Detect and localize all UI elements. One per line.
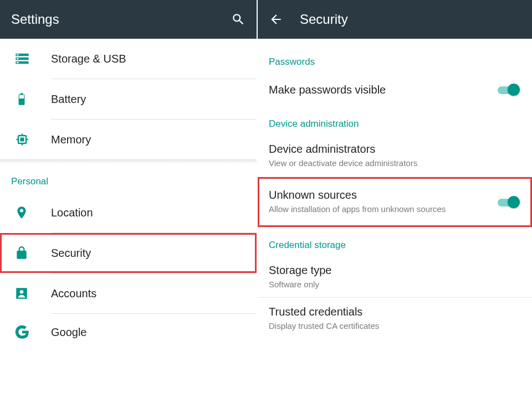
- google-icon: [11, 324, 51, 340]
- row-sublabel: Allow installation of apps from unknown …: [269, 204, 497, 215]
- credential-storage-header: Credential storage: [258, 228, 532, 256]
- make-passwords-visible-row[interactable]: Make passwords visible: [258, 73, 532, 106]
- row-label: Accounts: [51, 287, 245, 300]
- passwords-header: Passwords: [258, 44, 532, 73]
- settings-item-accounts[interactable]: Accounts: [0, 273, 257, 313]
- search-icon: [231, 12, 245, 27]
- storage-type-row[interactable]: Storage type Software only: [258, 256, 532, 298]
- settings-item-security[interactable]: Security: [0, 233, 257, 273]
- settings-item-location[interactable]: Location: [0, 193, 257, 232]
- settings-item-google[interactable]: Google: [0, 314, 257, 343]
- svg-point-4: [20, 290, 24, 294]
- row-label: Storage type: [269, 264, 521, 277]
- personal-header: Personal: [0, 164, 257, 193]
- account-icon: [11, 286, 51, 301]
- unknown-sources-toggle[interactable]: [497, 195, 521, 209]
- toggle-thumb: [508, 196, 520, 208]
- row-sublabel: View or deactivate device administrators: [269, 158, 521, 169]
- device-administrators-row[interactable]: Device administrators View or deactivate…: [258, 135, 532, 177]
- svg-rect-3: [19, 95, 24, 99]
- make-passwords-visible-toggle[interactable]: [497, 83, 521, 96]
- section-separator: [0, 159, 257, 164]
- unknown-sources-row[interactable]: Unknown sources Allow installation of ap…: [258, 177, 532, 227]
- row-label: Security: [51, 247, 245, 260]
- location-icon: [11, 204, 51, 221]
- settings-item-storage[interactable]: Storage & USB: [0, 39, 257, 79]
- security-appbar: Security: [258, 0, 532, 39]
- search-button[interactable]: [231, 12, 245, 27]
- arrow-back-icon: [269, 12, 283, 27]
- row-label: Make passwords visible: [269, 84, 497, 96]
- row-label: Google: [51, 326, 245, 339]
- row-sublabel: Display trusted CA certificates: [269, 321, 521, 332]
- row-label: Unknown sources: [269, 189, 497, 202]
- svg-rect-2: [17, 62, 18, 63]
- settings-appbar: Settings: [0, 0, 257, 39]
- settings-item-battery[interactable]: Battery: [0, 79, 257, 119]
- svg-rect-1: [17, 58, 18, 59]
- back-button[interactable]: [269, 12, 283, 27]
- row-label: Battery: [51, 93, 245, 106]
- row-label: Trusted credentials: [269, 306, 521, 318]
- lock-icon: [11, 245, 51, 261]
- settings-title: Settings: [11, 12, 231, 27]
- trusted-credentials-row[interactable]: Trusted credentials Display trusted CA c…: [258, 298, 532, 339]
- row-label: Location: [51, 206, 245, 219]
- row-sublabel: Software only: [269, 279, 521, 290]
- svg-rect-0: [17, 54, 18, 55]
- storage-icon: [11, 51, 51, 66]
- security-title: Security: [300, 12, 521, 27]
- toggle-thumb: [508, 84, 520, 96]
- settings-panel: Settings Storage & USB Battery Memory Pe…: [0, 0, 258, 403]
- security-panel: Security Passwords Make passwords visibl…: [258, 0, 532, 403]
- memory-icon: [11, 132, 51, 147]
- device-admin-header: Device administration: [258, 106, 532, 135]
- row-label: Storage & USB: [51, 53, 245, 65]
- row-label: Device administrators: [269, 143, 521, 156]
- battery-icon: [11, 91, 51, 107]
- row-label: Memory: [51, 133, 245, 146]
- settings-item-memory[interactable]: Memory: [0, 120, 257, 159]
